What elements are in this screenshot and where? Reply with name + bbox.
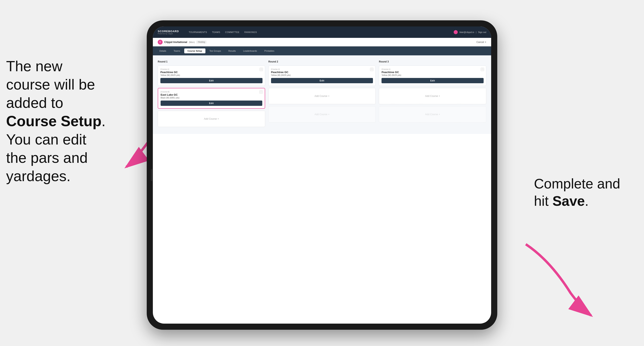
round1-add-course-label: Add Course + bbox=[204, 117, 219, 120]
tab-leaderboards[interactable]: Leaderboards bbox=[240, 48, 260, 53]
tab-navigation: Details Teams Course Setup Tee Groups Re… bbox=[153, 46, 491, 55]
nav-committee[interactable]: COMMITTEE bbox=[225, 31, 240, 33]
round-2-header: Round 2 bbox=[268, 60, 376, 63]
tournament-name: Clippd Invitational bbox=[164, 40, 187, 43]
tablet-frame: SCOREBOARD Powered by clippd TOURNAMENTS… bbox=[147, 20, 497, 330]
round3-add-course-button[interactable]: Add Course + bbox=[379, 88, 486, 104]
round2-course-a-tee: Yellow (M) (6629 yds) bbox=[271, 74, 373, 76]
nav-links: TOURNAMENTS TEAMS COMMITTEE RANKINGS bbox=[189, 31, 447, 33]
tab-printables[interactable]: Printables bbox=[261, 48, 278, 53]
round1-course-b-name: East Lake GC bbox=[160, 93, 262, 96]
nav-teams[interactable]: TEAMS bbox=[212, 31, 220, 33]
tournament-info: C Clippd Invitational (Men) Hosting bbox=[158, 40, 206, 45]
hosting-badge: Hosting bbox=[196, 40, 206, 43]
round-3-header: Round 3 bbox=[379, 60, 486, 63]
round-3-column: Round 3 ☐ (Course A) Peachtree GC Yellow… bbox=[379, 60, 486, 129]
round-1-header: Round 1 bbox=[158, 60, 265, 63]
tab-details[interactable]: Details bbox=[156, 48, 170, 53]
round2-add-course-label: Add Course + bbox=[314, 95, 330, 98]
nav-bar: SCOREBOARD Powered by clippd TOURNAMENTS… bbox=[153, 26, 491, 38]
content-area: Round 1 ☐ (Course A) Peachtree GC Yellow… bbox=[153, 55, 491, 134]
round1-course-a-label: (Course A) bbox=[160, 68, 262, 70]
round3-course-a-delete[interactable]: ☐ bbox=[481, 68, 484, 71]
cancel-label: Cancel bbox=[476, 41, 484, 43]
round3-course-a-edit-button[interactable]: Edit bbox=[382, 78, 484, 83]
tournament-logo: C bbox=[158, 40, 163, 45]
round3-course-a-card: ☐ (Course A) Peachtree GC Yellow (M) (66… bbox=[379, 66, 486, 86]
app-subtitle: Powered by clippd bbox=[158, 33, 179, 35]
user-avatar bbox=[454, 30, 458, 34]
round3-course-a-label: (Course A) bbox=[382, 68, 484, 70]
tablet-screen: SCOREBOARD Powered by clippd TOURNAMENTS… bbox=[153, 26, 491, 324]
pipe-separator: | bbox=[476, 31, 476, 33]
round1-course-a-card: ☐ (Course A) Peachtree GC Yellow (M) (66… bbox=[158, 66, 265, 86]
cancel-icon: × bbox=[485, 41, 486, 43]
round3-add-course-label: Add Course + bbox=[425, 95, 440, 98]
tablet-side-button[interactable] bbox=[151, 169, 152, 181]
round1-course-a-delete[interactable]: ☐ bbox=[260, 68, 263, 71]
round3-add-course-button-2: Add Course + bbox=[379, 106, 486, 123]
round1-course-a-tee: Yellow (M) (6629 yds) bbox=[160, 74, 262, 76]
round2-course-a-delete[interactable]: ☐ bbox=[370, 68, 373, 71]
round2-add-course-label-2: Add Course + bbox=[314, 113, 330, 116]
round3-course-a-tee: Yellow (M) (6629 yds) bbox=[382, 74, 484, 76]
round2-course-a-label: (Course A) bbox=[271, 68, 373, 70]
sign-out-link[interactable]: Sign out bbox=[478, 31, 486, 33]
round3-course-a-name: Peachtree GC bbox=[382, 71, 484, 74]
right-arrow bbox=[510, 240, 599, 318]
app-logo: SCOREBOARD Powered by clippd bbox=[158, 30, 179, 35]
right-annotation: Complete and hit Save. bbox=[534, 175, 632, 210]
rounds-container: Round 1 ☐ (Course A) Peachtree GC Yellow… bbox=[158, 60, 486, 129]
round1-course-b-delete[interactable]: ☐ bbox=[260, 90, 263, 94]
round2-course-a-card: ☐ (Course A) Peachtree GC Yellow (M) (66… bbox=[268, 66, 376, 86]
round1-add-course-button[interactable]: Add Course + bbox=[158, 111, 265, 127]
nav-rankings[interactable]: RANKINGS bbox=[244, 31, 257, 33]
sub-header: C Clippd Invitational (Men) Hosting Canc… bbox=[153, 38, 491, 46]
round1-course-b-label: (Course B) bbox=[160, 91, 262, 93]
round2-add-course-button[interactable]: Add Course + bbox=[268, 88, 376, 104]
tab-course-setup[interactable]: Course Setup bbox=[184, 48, 206, 53]
round1-course-a-name: Peachtree GC bbox=[160, 71, 262, 74]
left-annotation: The new course will be added to Course S… bbox=[6, 57, 132, 185]
tab-teams[interactable]: Teams bbox=[170, 48, 184, 53]
nav-user-area: blair@clippd.io | Sign out bbox=[454, 30, 486, 34]
tab-tee-groups[interactable]: Tee Groups bbox=[206, 48, 224, 53]
round2-course-a-edit-button[interactable]: Edit bbox=[271, 78, 373, 83]
tab-results[interactable]: Results bbox=[225, 48, 239, 53]
round2-add-course-button-2: Add Course + bbox=[268, 106, 376, 123]
app-title: SCOREBOARD bbox=[158, 30, 179, 33]
round-1-column: Round 1 ☐ (Course A) Peachtree GC Yellow… bbox=[158, 60, 265, 129]
round1-course-b-tee: Black (M) (6891 yds) bbox=[160, 97, 262, 99]
user-email: blair@clippd.io bbox=[459, 31, 474, 33]
round1-course-b-edit-button[interactable]: Edit bbox=[160, 101, 262, 106]
round1-course-a-edit-button[interactable]: Edit bbox=[160, 78, 262, 83]
round1-course-b-card: ☐ (Course B) East Lake GC Black (M) (689… bbox=[158, 88, 265, 109]
tournament-gender: (Men) bbox=[189, 41, 195, 43]
round3-add-course-label-2: Add Course + bbox=[425, 113, 440, 116]
cancel-button[interactable]: Cancel × bbox=[476, 41, 486, 43]
nav-tournaments[interactable]: TOURNAMENTS bbox=[189, 31, 207, 33]
round-2-column: Round 2 ☐ (Course A) Peachtree GC Yellow… bbox=[268, 60, 376, 129]
round2-course-a-name: Peachtree GC bbox=[271, 71, 373, 74]
